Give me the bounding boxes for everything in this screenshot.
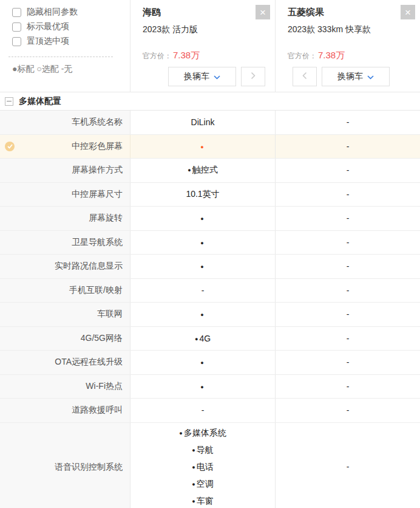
table-row[interactable]: 手机互联/映射 - - [0, 279, 420, 303]
move-car-right-button[interactable] [241, 67, 265, 86]
row-label: 中控彩色屏幕 [0, 135, 130, 159]
car-column-header-2: 五菱缤果 2023款 333km 快享款 官方价： 7.38万 × 换辆车 [276, 0, 420, 92]
price-label: 官方价： [288, 51, 317, 61]
table-row[interactable]: 车联网 ● - [0, 303, 420, 327]
checkbox-icon[interactable] [12, 37, 21, 46]
row-value-car1: DiLink [130, 111, 276, 134]
table-row-selected[interactable]: 中控彩色屏幕 ● - [0, 135, 420, 159]
row-value-car1: ●4G [130, 327, 276, 351]
row-label: Wi-Fi热点 [0, 375, 130, 399]
row-value-car1: ●多媒体系统 ●导航 ●电话 ●空调 ●车窗 [130, 423, 276, 508]
checkbox-icon[interactable] [12, 8, 21, 17]
compare-header: 隐藏相同参数 标示最优项 置顶选中项 ●标配 ○选配 -无 海鸥 2023款 活… [0, 0, 420, 92]
spec-table: 车机系统名称 DiLink - 中控彩色屏幕 ● - 屏幕操作方式 ●触控式 -… [0, 111, 420, 508]
row-value-car2: - [276, 375, 420, 399]
row-value-car2: - [276, 423, 420, 508]
checkbox-label: 置顶选中项 [27, 36, 69, 47]
row-label: 实时路况信息显示 [0, 255, 130, 278]
chevron-down-icon [367, 72, 374, 81]
row-label: 4G/5G网络 [0, 327, 130, 351]
checkbox-hide-same-params[interactable]: 隐藏相同参数 [12, 5, 130, 19]
filter-panel: 隐藏相同参数 标示最优项 置顶选中项 ●标配 ○选配 -无 [0, 0, 130, 92]
row-value-car1: ● [130, 231, 276, 255]
row-value-car1: - [130, 279, 276, 303]
car-compare-page: 隐藏相同参数 标示最优项 置顶选中项 ●标配 ○选配 -无 海鸥 2023款 活… [0, 0, 420, 508]
section-title: 多媒体配置 [19, 96, 61, 107]
row-value-car1: ● [130, 207, 276, 230]
row-value-car2: - [276, 135, 420, 159]
row-label: 屏幕操作方式 [0, 159, 130, 182]
table-row[interactable]: 实时路况信息显示 ● - [0, 255, 420, 279]
row-value-car2: - [276, 303, 420, 326]
table-row[interactable]: Wi-Fi热点 ● - [0, 375, 420, 399]
row-label: 车联网 [0, 303, 130, 326]
selected-check-icon [5, 142, 15, 151]
row-value-car2: - [276, 159, 420, 182]
row-value-car1: ● [130, 135, 276, 159]
table-row[interactable]: 4G/5G网络 ●4G - [0, 327, 420, 351]
table-row[interactable]: 车机系统名称 DiLink - [0, 111, 420, 135]
table-row[interactable]: 屏幕旋转 ● - [0, 207, 420, 231]
table-row[interactable]: 卫星导航系统 ● - [0, 231, 420, 255]
table-row[interactable]: 道路救援呼叫 - - [0, 399, 420, 423]
row-value-car2: - [276, 207, 420, 230]
row-value-car1: ● [130, 375, 276, 399]
row-value-car1: ● [130, 351, 276, 374]
row-value-car1: ●触控式 [130, 159, 276, 182]
row-value-car2: - [276, 231, 420, 255]
table-row[interactable]: 屏幕操作方式 ●触控式 - [0, 159, 420, 183]
row-value-car2: - [276, 279, 420, 303]
row-value-car2: - [276, 351, 420, 374]
price-value: 7.38万 [318, 50, 345, 61]
row-label: 语音识别控制系统 [0, 423, 130, 508]
table-row[interactable]: 中控屏幕尺寸 10.1英寸 - [0, 183, 420, 207]
close-icon: × [405, 7, 411, 18]
row-label: 车机系统名称 [0, 111, 130, 134]
row-label: OTA远程在线升级 [0, 351, 130, 374]
row-label: 道路救援呼叫 [0, 399, 130, 422]
row-value-car2: - [276, 183, 420, 207]
move-car-left-button[interactable] [293, 67, 317, 86]
checkbox-pin-selected[interactable]: 置顶选中项 [12, 34, 130, 49]
row-value-car1: - [130, 399, 276, 422]
collapse-icon[interactable] [5, 97, 13, 106]
row-value-car2: - [276, 255, 420, 278]
row-value-car1: ● [130, 303, 276, 326]
price-label: 官方价： [143, 51, 172, 61]
remove-car-button[interactable]: × [401, 5, 415, 19]
car-trim: 2023款 活力版 [143, 24, 275, 35]
checkbox-label: 隐藏相同参数 [27, 7, 78, 18]
close-icon: × [260, 7, 266, 18]
section-header-multimedia: 多媒体配置 [0, 92, 420, 111]
switch-car-button[interactable]: 换辆车 [168, 67, 236, 86]
remove-car-button[interactable]: × [256, 5, 270, 19]
chevron-right-icon [251, 71, 256, 82]
table-row[interactable]: OTA远程在线升级 ● - [0, 351, 420, 375]
price-value: 7.38万 [173, 50, 200, 61]
row-label: 屏幕旋转 [0, 207, 130, 230]
divider [8, 57, 113, 57]
row-value-car2: - [276, 327, 420, 351]
car-column-header-1: 海鸥 2023款 活力版 官方价： 7.38万 × 换辆车 [130, 0, 276, 92]
row-label: 中控屏幕尺寸 [0, 183, 130, 207]
row-label: 手机互联/映射 [0, 279, 130, 303]
checkbox-icon[interactable] [12, 22, 21, 32]
symbols-legend: ●标配 ○选配 -无 [12, 64, 130, 75]
row-value-car2: - [276, 399, 420, 422]
row-value-car2: - [276, 111, 420, 134]
car-trim: 2023款 333km 快享款 [288, 24, 420, 35]
switch-car-button[interactable]: 换辆车 [322, 67, 390, 86]
row-value-car1: 10.1英寸 [130, 183, 276, 207]
row-label: 卫星导航系统 [0, 231, 130, 255]
table-row[interactable]: 语音识别控制系统 ●多媒体系统 ●导航 ●电话 ●空调 ●车窗 - [0, 423, 420, 508]
row-value-car1: ● [130, 255, 276, 278]
chevron-left-icon [302, 71, 307, 82]
checkbox-mark-best[interactable]: 标示最优项 [12, 19, 130, 34]
checkbox-label: 标示最优项 [27, 21, 69, 32]
chevron-down-icon [214, 72, 220, 81]
